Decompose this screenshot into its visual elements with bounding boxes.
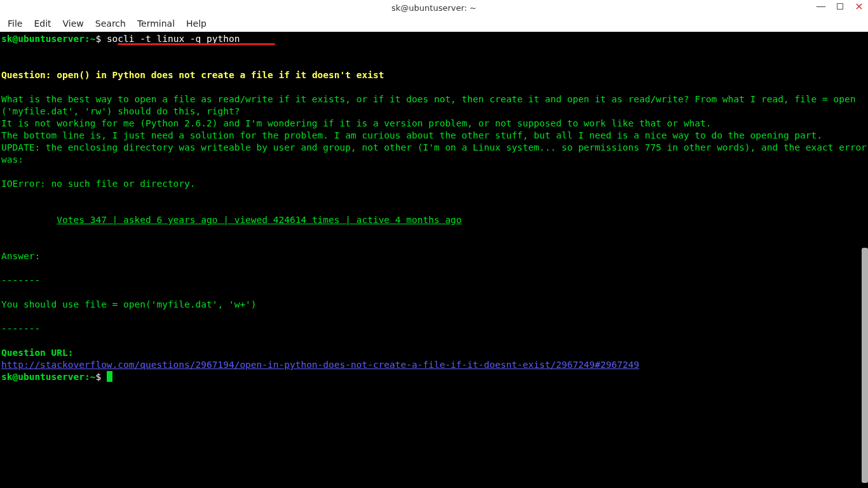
question-body-line1: What is the best way to open a file as r… (1, 94, 855, 116)
question-body-line2: It is not working for me (Python 2.6.2) … (1, 118, 711, 128)
menu-view[interactable]: View (63, 18, 84, 29)
maximize-icon (837, 3, 843, 10)
answer-label: Answer: (1, 251, 40, 261)
prompt2-colon: : (85, 372, 90, 382)
question-url-label: Question URL: (1, 348, 74, 358)
maximize-button[interactable] (835, 1, 845, 11)
prompt2-user-host: sk@ubuntuserver (1, 372, 85, 382)
question-error-line: IOError: no such file or directory. (1, 179, 196, 189)
close-icon: ✕ (855, 1, 863, 13)
menu-edit[interactable]: Edit (34, 18, 51, 29)
question-title: open() in Python does not create a file … (57, 70, 384, 80)
window-controls: — ✕ (816, 1, 864, 11)
prompt2-symbol: $ (95, 372, 101, 382)
vertical-scrollbar[interactable] (862, 32, 868, 488)
menu-search[interactable]: Search (95, 18, 126, 29)
answer-separator-top: ------- (1, 275, 40, 285)
question-label: Question: (1, 70, 57, 80)
question-body-line4: UPDATE: the enclosing directory was writ… (1, 142, 868, 165)
prompt-colon: : (85, 34, 90, 44)
prompt-user-host: sk@ubuntuserver (1, 34, 85, 44)
menubar: File Edit View Search Terminal Help (0, 15, 868, 32)
question-body-line3: The bottom line is, I just need a soluti… (1, 130, 822, 140)
minimize-icon: — (816, 4, 826, 9)
command-highlight-underline (118, 43, 275, 45)
menu-file[interactable]: File (8, 18, 22, 29)
question-stats: Votes 347 | asked 6 years ago | viewed 4… (57, 215, 461, 225)
menu-help[interactable]: Help (186, 18, 207, 29)
menu-terminal[interactable]: Terminal (137, 18, 175, 29)
close-button[interactable]: ✕ (854, 1, 864, 11)
terminal-area[interactable]: sk@ubuntuserver:~$ socli -t linux -q pyt… (0, 32, 868, 488)
answer-body: You should use file = open('myfile.dat',… (1, 299, 257, 309)
command-entered: socli -t linux -q python (107, 34, 240, 44)
prompt-symbol: $ (95, 34, 101, 44)
scrollbar-thumb[interactable] (862, 248, 868, 483)
minimize-button[interactable]: — (816, 1, 826, 11)
window-title: sk@ubuntuserver: ~ (391, 3, 477, 13)
stats-indent (1, 215, 57, 225)
terminal-cursor (107, 371, 112, 382)
command-text (101, 34, 107, 44)
answer-separator-bottom: ------- (1, 323, 40, 334)
question-url[interactable]: http://stackoverflow.com/questions/29671… (1, 360, 639, 370)
window-titlebar: sk@ubuntuserver: ~ — ✕ (0, 0, 868, 15)
